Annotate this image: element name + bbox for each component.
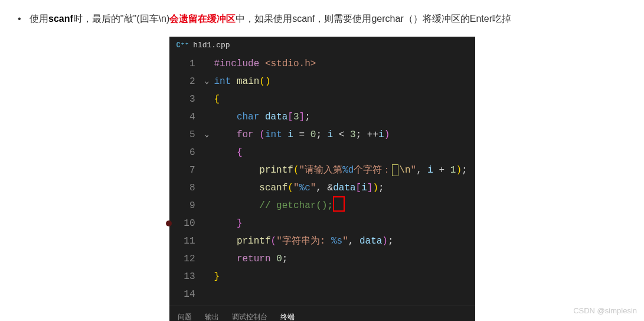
note-mid1: 时，最后的"敲"(回车\n) (73, 14, 169, 24)
editor-tab[interactable]: C⁺⁺ hld1.cpp (169, 37, 475, 54)
code-line: #include <stdio.h> (214, 55, 475, 73)
fold-l2[interactable]: ⌄ (202, 73, 212, 90)
tab-output[interactable]: 输出 (205, 312, 219, 321)
code-line (214, 286, 475, 303)
code-line: return 0; (214, 250, 475, 268)
code-lines[interactable]: #include <stdio.h> int main() { char dat… (212, 54, 475, 303)
cpp-icon: C⁺⁺ (176, 41, 189, 50)
code-line: printf("字符串为: %s", data); (214, 232, 475, 250)
code-line: // getchar(); (214, 197, 475, 215)
breakpoint-gutter[interactable] (169, 54, 174, 303)
code-line: { (214, 90, 475, 108)
tab-filename: hld1.cpp (193, 41, 230, 50)
watermark: CSDN @simplesin (573, 306, 637, 315)
fold-l5[interactable]: ⌄ (202, 126, 212, 144)
code-line: for (int i = 0; i < 3; ++i) (214, 126, 475, 144)
note-scanf: scanf (48, 14, 73, 24)
panel-tabs: 问题 输出 调试控制台 终端 (169, 306, 475, 321)
fold-gutter[interactable]: ⌄ ⌄ (202, 54, 212, 303)
line-numbers: 1234 5678 9101112 1314 (174, 54, 202, 303)
code-line: scanf("%c", &data[i]); (214, 179, 475, 197)
tab-terminal[interactable]: 终端 (280, 312, 295, 321)
code-line: } (214, 215, 475, 232)
code-line: char data[3]; (214, 108, 475, 126)
code-line: { (214, 144, 475, 161)
code-line: printf("请输入第%d个字符：\n", i + 1); (214, 161, 475, 179)
char-highlight-box (392, 164, 398, 176)
tab-debug[interactable]: 调试控制台 (232, 312, 267, 321)
note-red: 会遗留在缓冲区 (169, 14, 236, 24)
note-mid2: 中，如果使用scanf，则需要使用gerchar（）将缓冲区的Enter吃掉 (236, 14, 511, 24)
code-area[interactable]: 1234 5678 9101112 1314 ⌄ ⌄ #include <std… (169, 54, 475, 306)
tab-problems[interactable]: 问题 (178, 312, 192, 321)
note-paragraph: 使用scanf时，最后的"敲"(回车\n)会遗留在缓冲区中，如果使用scanf，… (0, 0, 644, 28)
code-line: } (214, 268, 475, 286)
code-line: int main() (214, 73, 475, 90)
note-pre: 使用 (30, 14, 48, 24)
code-editor: C⁺⁺ hld1.cpp 1234 5678 9101112 1314 ⌄ ⌄ … (169, 37, 475, 321)
breakpoint-line10[interactable] (169, 215, 174, 232)
